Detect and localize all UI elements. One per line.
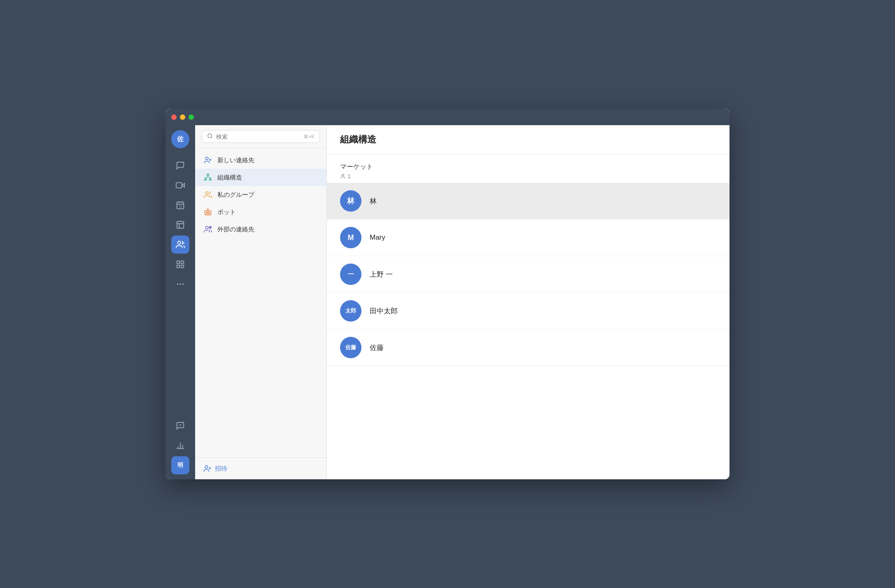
calendar-icon: 23	[176, 201, 185, 210]
video-nav-icon[interactable]	[171, 176, 189, 194]
sidebar-item-org-chart[interactable]: 組織構造	[195, 169, 326, 186]
svg-rect-1	[176, 183, 182, 188]
sidebar-item-my-groups[interactable]: 私のグループ	[195, 186, 326, 203]
sidebar-nav: 新しい連絡先 組織	[195, 148, 326, 457]
main-layout: 佐	[165, 109, 730, 479]
search-shortcut: ⌘+K	[303, 134, 315, 140]
section-count-value: 1	[347, 173, 351, 180]
sidebar: ⌘+K 新しい連絡先	[195, 125, 327, 479]
search-input-wrap[interactable]: ⌘+K	[202, 130, 320, 143]
section-name: マーケット	[340, 163, 716, 171]
avatar-hayashi: 林	[340, 190, 361, 212]
chat-icon	[176, 161, 185, 170]
maximize-button[interactable]	[189, 114, 194, 120]
svg-point-16	[177, 283, 179, 285]
user-avatar[interactable]: 佐	[171, 130, 189, 148]
svg-rect-7	[177, 222, 184, 229]
chat-bubble-bottom-icon[interactable]	[171, 417, 189, 435]
more-nav-icon[interactable]	[171, 275, 189, 293]
content-title: 組織構造	[340, 134, 376, 145]
svg-point-50	[342, 174, 344, 176]
user-bottom-avatar[interactable]: 明	[171, 456, 189, 474]
svg-point-24	[208, 134, 212, 138]
svg-point-38	[206, 212, 207, 213]
invite-icon	[203, 464, 212, 473]
contact-item-tanaka[interactable]: 太郎 田中太郎	[327, 293, 730, 329]
svg-marker-0	[182, 183, 184, 187]
bots-label: ボット	[217, 208, 236, 216]
avatar-mary: M	[340, 227, 361, 248]
contact-list: 林 林 M Mary 一	[327, 183, 730, 366]
video-icon	[176, 181, 185, 190]
invite-label: 招待	[215, 465, 227, 473]
svg-rect-13	[181, 261, 184, 264]
sidebar-item-external[interactable]: 外部の連絡先	[195, 221, 326, 238]
svg-point-10	[178, 241, 181, 244]
new-contact-label: 新しい連絡先	[217, 156, 254, 164]
close-button[interactable]	[171, 114, 177, 120]
sidebar-item-new-contact[interactable]: 新しい連絡先	[195, 152, 326, 169]
chat-nav-icon[interactable]	[171, 156, 189, 175]
section-group: マーケット 1	[327, 154, 730, 183]
svg-point-26	[205, 157, 208, 160]
svg-point-17	[179, 283, 181, 285]
person-count-icon	[340, 173, 346, 179]
content-header: 組織構造	[327, 125, 730, 154]
contact-name-mary: Mary	[370, 233, 385, 242]
calendar-nav-icon[interactable]: 23	[171, 196, 189, 214]
ellipsis-icon	[176, 280, 185, 289]
svg-point-36	[205, 192, 208, 195]
groups-icon	[203, 190, 212, 199]
apps-icon	[176, 260, 185, 269]
svg-point-39	[208, 212, 210, 213]
icon-bar: 佐	[165, 125, 195, 479]
chart-bottom-icon[interactable]	[171, 436, 189, 455]
search-bar: ⌘+K	[195, 125, 326, 148]
svg-line-25	[211, 137, 212, 138]
search-icon	[207, 133, 213, 140]
svg-point-44	[205, 226, 208, 229]
sidebar-item-bots[interactable]: ボット	[195, 203, 326, 221]
avatar-ueno: 一	[340, 264, 361, 285]
new-contact-icon	[203, 156, 212, 165]
external-label: 外部の連絡先	[217, 226, 254, 233]
contact-item-sato[interactable]: 佐藤 佐藤	[327, 329, 730, 366]
app-window: 佐	[165, 109, 730, 479]
contact-item-ueno[interactable]: 一 上野 一	[327, 256, 730, 293]
sidebar-footer-invite[interactable]: 招待	[195, 457, 326, 479]
svg-rect-12	[177, 261, 179, 264]
svg-rect-14	[177, 265, 179, 268]
svg-point-41	[207, 209, 208, 210]
whiteboard-icon	[176, 220, 185, 229]
avatar-sato: 佐藤	[340, 337, 361, 358]
contacts-nav-icon[interactable]	[171, 236, 189, 254]
svg-point-47	[205, 466, 208, 469]
svg-rect-29	[207, 174, 209, 175]
chat-bubble-icon	[176, 421, 185, 430]
svg-text:23: 23	[179, 205, 182, 208]
contact-item-hayashi[interactable]: 林 林	[327, 183, 730, 219]
org-chart-label: 組織構造	[217, 174, 242, 182]
bar-chart-icon	[176, 441, 185, 450]
org-chart-icon	[203, 173, 212, 182]
svg-point-18	[182, 283, 184, 285]
svg-rect-15	[181, 265, 184, 268]
contact-item-mary[interactable]: M Mary	[327, 219, 730, 256]
content-body: マーケット 1 林	[327, 154, 730, 479]
main-content: 組織構造 マーケット 1	[327, 125, 730, 479]
contact-name-tanaka: 田中太郎	[370, 306, 398, 316]
avatar-tanaka: 太郎	[340, 300, 361, 322]
minimize-button[interactable]	[180, 114, 185, 120]
bot-icon	[203, 208, 212, 217]
icon-bar-bottom: 明	[171, 417, 189, 474]
titlebar	[165, 109, 730, 125]
contacts-icon	[176, 240, 185, 249]
whiteboard-nav-icon[interactable]	[171, 216, 189, 234]
section-count: 1	[340, 173, 716, 180]
search-input[interactable]	[216, 133, 300, 140]
contact-name-hayashi: 林	[370, 196, 377, 206]
external-icon	[203, 225, 212, 234]
contact-name-sato: 佐藤	[370, 343, 384, 352]
apps-nav-icon[interactable]	[171, 255, 189, 273]
contact-name-ueno: 上野 一	[370, 270, 393, 279]
